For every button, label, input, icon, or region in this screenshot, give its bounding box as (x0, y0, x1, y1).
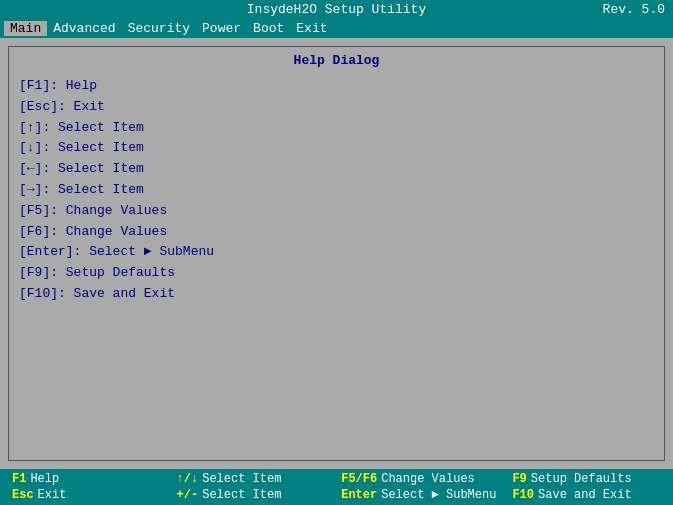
status-col-2: ↑/↓ Select Item +/- Select Item (169, 471, 334, 503)
menu-item-advanced[interactable]: Advanced (47, 21, 121, 36)
menu-bar: Main Advanced Security Power Boot Exit (0, 19, 673, 38)
f1-key: F1 (12, 472, 26, 486)
help-line-1: [Esc]: Exit (19, 97, 654, 118)
main-border: Help Dialog [F1]: Help[Esc]: Exit[↑]: Se… (8, 46, 665, 461)
help-line-7: [F6]: Change Values (19, 222, 654, 243)
help-line-4: [←]: Select Item (19, 159, 654, 180)
status-row-f1: F1 Help (4, 471, 169, 487)
rev-label: Rev. 5.0 (446, 2, 665, 17)
menu-item-power[interactable]: Power (196, 21, 247, 36)
status-row-f5f6: F5/F6 Change Values (333, 471, 504, 487)
help-line-3: [↓]: Select Item (19, 138, 654, 159)
help-line-9: [F9]: Setup Defaults (19, 263, 654, 284)
menu-item-security[interactable]: Security (122, 21, 196, 36)
esc-desc: Exit (38, 488, 67, 502)
updown-key: ↑/↓ (177, 472, 199, 486)
menu-item-boot[interactable]: Boot (247, 21, 290, 36)
status-col-3: F5/F6 Change Values Enter Select ► SubMe… (333, 471, 504, 503)
dialog-title: Help Dialog (19, 53, 654, 68)
app: InsydeH2O Setup Utility Rev. 5.0 Main Ad… (0, 0, 673, 505)
status-row-updown: ↑/↓ Select Item (169, 471, 334, 487)
f1-desc: Help (30, 472, 59, 486)
main-area: Help Dialog [F1]: Help[Esc]: Exit[↑]: Se… (0, 38, 673, 469)
help-line-5: [→]: Select Item (19, 180, 654, 201)
help-line-0: [F1]: Help (19, 76, 654, 97)
f10-desc: Save and Exit (538, 488, 632, 502)
help-line-10: [F10]: Save and Exit (19, 284, 654, 305)
status-row-esc: Esc Exit (4, 487, 169, 503)
f5f6-key: F5/F6 (341, 472, 377, 486)
status-row-f10: F10 Save and Exit (504, 487, 669, 503)
help-line-6: [F5]: Change Values (19, 201, 654, 222)
help-line-2: [↑]: Select Item (19, 118, 654, 139)
f9-key: F9 (512, 472, 526, 486)
menu-item-main[interactable]: Main (4, 21, 47, 36)
status-row-f9: F9 Setup Defaults (504, 471, 669, 487)
updown-desc: Select Item (202, 472, 281, 486)
menu-item-exit[interactable]: Exit (290, 21, 333, 36)
status-col-4: F9 Setup Defaults F10 Save and Exit (504, 471, 669, 503)
enter-desc: Select ► SubMenu (381, 488, 496, 502)
status-row-enter: Enter Select ► SubMenu (333, 487, 504, 503)
esc-key: Esc (12, 488, 34, 502)
f9-desc: Setup Defaults (531, 472, 632, 486)
help-line-8: [Enter]: Select ► SubMenu (19, 242, 654, 263)
help-content: [F1]: Help[Esc]: Exit[↑]: Select Item[↓]… (19, 76, 654, 305)
status-col-1: F1 Help Esc Exit (4, 471, 169, 503)
app-title: InsydeH2O Setup Utility (227, 2, 446, 17)
status-bar: F1 Help Esc Exit ↑/↓ Select Item +/- Sel… (0, 469, 673, 505)
f5f6-desc: Change Values (381, 472, 475, 486)
enter-key: Enter (341, 488, 377, 502)
title-bar: InsydeH2O Setup Utility Rev. 5.0 (0, 0, 673, 19)
f10-key: F10 (512, 488, 534, 502)
plusminus-key: +/- (177, 488, 199, 502)
status-row-plusminus: +/- Select Item (169, 487, 334, 503)
plusminus-desc: Select Item (202, 488, 281, 502)
